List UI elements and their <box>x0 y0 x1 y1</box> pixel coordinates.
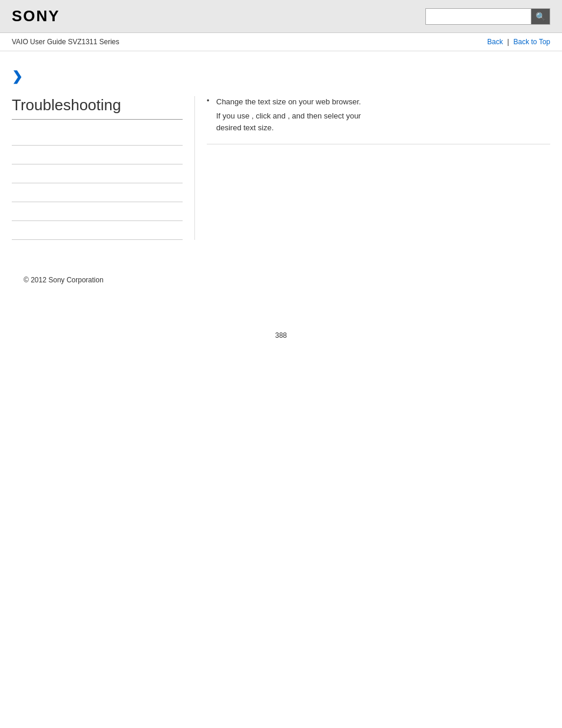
search-input[interactable] <box>425 8 531 25</box>
page-title: Troubleshooting <box>12 96 183 120</box>
page-header: SONY 🔍 <box>0 0 562 33</box>
sidebar-link-3[interactable] <box>12 170 14 178</box>
nav-links: Back | Back to Top <box>487 38 550 46</box>
list-item <box>12 146 183 164</box>
right-content: • Change the text size on your web brows… <box>194 96 550 240</box>
bullet-dot: • <box>207 97 216 105</box>
list-item <box>12 164 183 183</box>
list-item <box>12 221 183 240</box>
back-link[interactable]: Back <box>487 38 503 46</box>
content-layout: Troubleshooting <box>12 96 550 240</box>
list-item <box>12 202 183 221</box>
sidebar-link-2[interactable] <box>12 151 14 159</box>
sidebar-link-5[interactable] <box>12 207 14 216</box>
chevron-right-icon: ❯ <box>12 69 22 84</box>
sidebar-links <box>12 127 183 240</box>
bullet-item: • Change the text size on your web brows… <box>207 96 550 108</box>
list-item <box>12 183 183 202</box>
sidebar-link-6[interactable] <box>12 226 14 235</box>
guide-title: VAIO User Guide SVZ1311 Series <box>12 38 120 46</box>
main-content: ❯ Troubleshooting <box>0 51 562 308</box>
nav-separator: | <box>507 38 511 46</box>
list-item <box>12 127 183 146</box>
page-number: 388 <box>0 331 562 351</box>
left-sidebar: Troubleshooting <box>12 96 194 240</box>
footer: © 2012 Sony Corporation <box>12 263 550 296</box>
back-to-top-link[interactable]: Back to Top <box>514 38 550 46</box>
search-icon: 🔍 <box>535 12 546 21</box>
search-container: 🔍 <box>425 8 550 25</box>
content-text-line-1: If you use , click and , and then select… <box>216 110 550 123</box>
sidebar-link-4[interactable] <box>12 189 14 197</box>
content-text-line-2: desired text size. <box>216 122 550 134</box>
nav-bar: VAIO User Guide SVZ1311 Series Back | Ba… <box>0 33 562 51</box>
sidebar-link-1[interactable] <box>12 132 14 140</box>
content-bullet: • Change the text size on your web brows… <box>207 96 550 134</box>
bullet-text: Change the text size on your web browser… <box>216 96 361 108</box>
chevron-section: ❯ <box>12 69 550 84</box>
sony-logo: SONY <box>12 7 60 25</box>
search-button[interactable]: 🔍 <box>531 8 550 25</box>
copyright-text: © 2012 Sony Corporation <box>24 276 104 284</box>
content-divider <box>207 144 550 144</box>
